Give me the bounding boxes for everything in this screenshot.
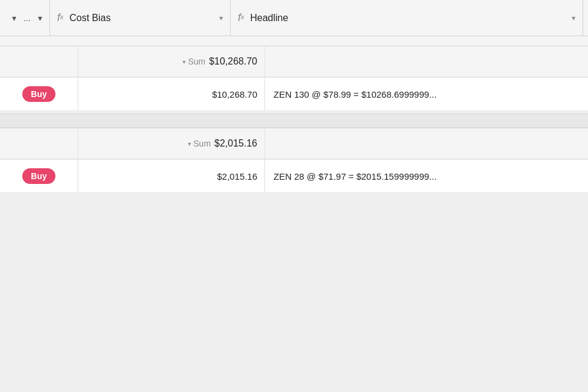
col2-chevron-icon[interactable]: ▾ — [572, 14, 575, 22]
buy-badge-1[interactable]: Buy — [22, 86, 55, 102]
headline-value-2: ZEN 28 @ $71.97 = $2015.159999999... — [274, 171, 437, 182]
summary-right-cell-2 — [265, 128, 588, 159]
headline-value-1: ZEN 130 @ $78.99 = $10268.6999999... — [274, 89, 437, 100]
toolbar: ▾ ... ▾ fx Cost Bias ▾ fx Headline ▾ — [0, 0, 588, 36]
headline-cell-1: ZEN 130 @ $78.99 = $10268.6999999... — [265, 78, 588, 110]
col1-header: fx Cost Bias ▾ — [50, 0, 231, 36]
sum-value-1: $10,268.70 — [209, 56, 257, 67]
toolbar-chevron[interactable]: ▾ — [36, 12, 45, 24]
summary-row-1: ▾ Sum $10,268.70 — [0, 46, 588, 77]
summary-mid-cell-1: ▾ Sum $10,268.70 — [78, 46, 265, 77]
sum-value-2: $2,015.16 — [214, 138, 257, 149]
main-content: ▾ Sum $10,268.70 Buy $10,268.70 ZEN 130 … — [0, 36, 588, 392]
summary-right-cell-1 — [265, 46, 588, 77]
section-2: ▾ Sum $2,015.16 Buy $2,015.16 ZEN 28 @ $… — [0, 128, 588, 193]
fx-icon-col2: fx — [238, 11, 245, 24]
section-1: ▾ Sum $10,268.70 Buy $10,268.70 ZEN 130 … — [0, 46, 588, 111]
summary-left-cell-2 — [0, 128, 78, 159]
toolbar-left-controls: ▾ ... ▾ — [5, 0, 50, 36]
sum-label-1: Sum — [188, 57, 205, 66]
section-gap — [0, 113, 588, 128]
badge-cell-2: Buy — [0, 160, 78, 192]
col2-name: Headline — [250, 13, 568, 24]
sum-triangle-1: ▾ — [183, 58, 186, 65]
sum-triangle-2: ▾ — [188, 141, 191, 147]
col1-name: Cost Bias — [69, 13, 215, 24]
summary-row-2: ▾ Sum $2,015.16 — [0, 128, 588, 159]
data-row-2: Buy $2,015.16 ZEN 28 @ $71.97 = $2015.15… — [0, 159, 588, 193]
ellipsis-button[interactable]: ... — [21, 12, 33, 24]
amount-cell-1: $10,268.70 — [78, 78, 265, 110]
sum-label-2: Sum — [193, 139, 211, 148]
amount-value-1: $10,268.70 — [212, 89, 257, 100]
summary-mid-cell-2: ▾ Sum $2,015.16 — [78, 128, 265, 159]
headline-cell-2: ZEN 28 @ $71.97 = $2015.159999999... — [265, 160, 588, 192]
bottom-gap — [0, 195, 588, 244]
summary-left-cell-1 — [0, 46, 78, 77]
menu-icon[interactable]: ▾ — [10, 12, 19, 24]
col2-header: fx Headline ▾ — [231, 0, 583, 36]
badge-cell-1: Buy — [0, 78, 78, 110]
col1-chevron-icon[interactable]: ▾ — [219, 14, 223, 22]
buy-badge-2[interactable]: Buy — [22, 168, 55, 184]
amount-cell-2: $2,015.16 — [78, 160, 265, 192]
amount-value-2: $2,015.16 — [217, 171, 257, 182]
data-row-1: Buy $10,268.70 ZEN 130 @ $78.99 = $10268… — [0, 77, 588, 111]
fx-icon-col1: fx — [57, 11, 64, 24]
